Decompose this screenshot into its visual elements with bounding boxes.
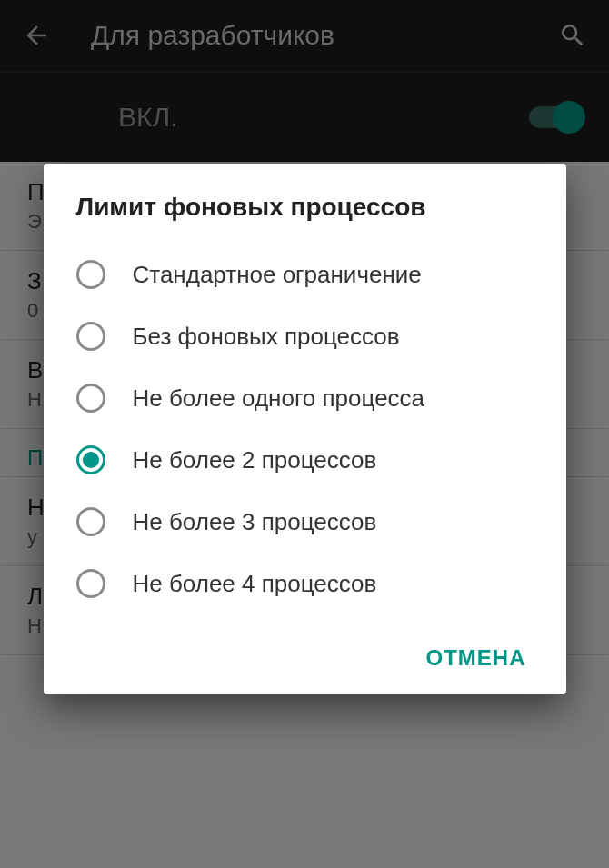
radio-option-3[interactable]: Не более 2 процессов [44,429,566,491]
radio-option-4[interactable]: Не более 3 процессов [44,491,566,553]
dialog-actions: ОТМЕНА [44,622,566,682]
radio-option-5[interactable]: Не более 4 процессов [44,553,566,614]
radio-label: Не более 3 процессов [133,508,377,536]
radio-label: Не более 4 процессов [133,570,377,598]
radio-label: Не более одного процесса [133,384,425,413]
dialog-scrim[interactable]: Лимит фоновых процессов Стандартное огра… [0,0,609,868]
radio-option-0[interactable]: Стандартное ограничение [44,244,566,305]
radio-label: Стандартное ограничение [133,261,422,289]
radio-label: Не более 2 процессов [133,446,377,474]
radio-option-2[interactable]: Не более одного процесса [44,367,566,429]
radio-option-1[interactable]: Без фоновых процессов [44,305,566,367]
radio-icon [76,260,105,289]
radio-icon [76,569,105,598]
radio-icon [76,384,105,413]
radio-icon [76,322,105,351]
process-limit-dialog: Лимит фоновых процессов Стандартное огра… [44,164,566,694]
dialog-title: Лимит фоновых процессов [44,193,566,236]
cancel-button[interactable]: ОТМЕНА [412,634,541,682]
radio-label: Без фоновых процессов [133,323,400,351]
radio-icon [76,445,105,474]
radio-group: Стандартное ограничениеБез фоновых проце… [44,236,566,622]
radio-icon [76,507,105,536]
